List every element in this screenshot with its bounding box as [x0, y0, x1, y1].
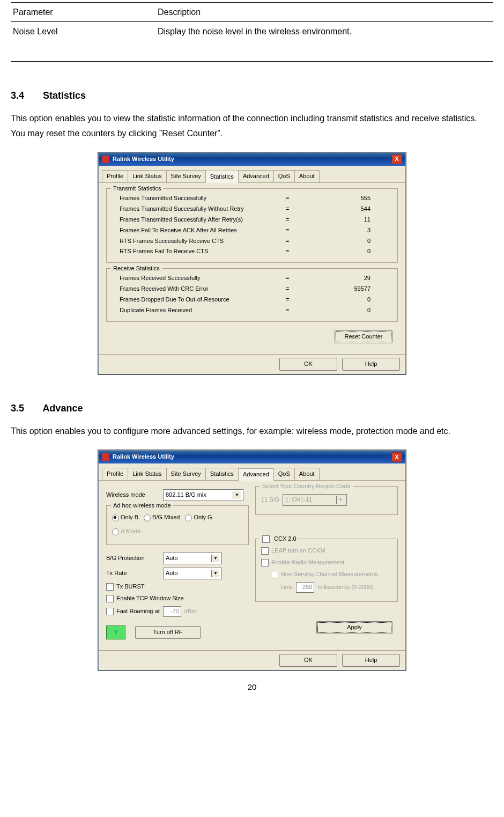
stat-value: 0 — [299, 237, 392, 246]
page-number: 20 — [11, 681, 493, 693]
tab-advanced[interactable]: Advanced — [238, 468, 274, 481]
tab-profile[interactable]: Profile — [102, 468, 128, 480]
statistics-window: Ralink Wireless Utility X Profile Link S… — [98, 152, 406, 374]
leap-checkbox: LEAP turn on CCKM — [261, 547, 325, 555]
bg-protection-select[interactable]: Auto ▼ — [163, 553, 222, 564]
heading-title: Statistics — [43, 90, 86, 101]
reset-counter-button[interactable]: Reset Counter — [335, 330, 392, 343]
heading-3-4: 3.4 Statistics — [11, 89, 493, 102]
country-channel-value: 1: CH1-11 — [285, 496, 315, 504]
chevron-down-icon: ▼ — [211, 570, 219, 577]
cell-param: Noise Level — [11, 22, 155, 41]
chevron-down-icon: ▼ — [233, 491, 241, 499]
receive-statistics-group: Receive Statistics Frames Received Succe… — [106, 268, 398, 322]
wireless-mode-value: 802.11 B/G mix — [166, 491, 210, 499]
wireless-mode-select[interactable]: 802.11 B/G mix ▼ — [163, 489, 243, 501]
window-title: Ralink Wireless Utility — [113, 155, 174, 164]
stat-value: 0 — [299, 247, 392, 256]
section-3-4-paragraph: This option enables you to view the stat… — [11, 111, 493, 140]
tab-about[interactable]: About — [294, 170, 320, 182]
close-icon[interactable]: X — [391, 154, 402, 164]
limit-unit: milliseconds (0-2000) — [317, 583, 374, 592]
ok-button[interactable]: OK — [279, 654, 337, 667]
heading-3-5: 3.5 Advance — [11, 401, 493, 415]
limit-label: Limit — [280, 583, 293, 592]
radio-only-b[interactable]: Only B — [112, 513, 138, 522]
apply-button[interactable]: Apply — [316, 621, 392, 634]
tx-rate-select[interactable]: Auto ▼ — [163, 568, 222, 579]
close-icon[interactable]: X — [391, 452, 402, 462]
tab-advanced[interactable]: Advanced — [238, 170, 274, 182]
tab-site-survey[interactable]: Site Survey — [166, 170, 206, 182]
tx-rate-label: Tx Rate — [106, 569, 160, 578]
ccx-title: CCX 2.0 — [274, 535, 297, 542]
stat-row: Duplicate Frames Received=0 — [112, 305, 392, 316]
stat-label: Duplicate Frames Received — [112, 306, 276, 315]
help-button[interactable]: Help — [342, 654, 400, 667]
fast-roaming-value[interactable]: -70 — [163, 606, 181, 617]
fast-roaming-checkbox[interactable]: Fast Roaming at — [106, 607, 160, 616]
tab-statistics[interactable]: Statistics — [205, 468, 239, 480]
tab-about[interactable]: About — [294, 468, 320, 480]
stat-row: RTS Frames Fail To Receive CTS=0 — [112, 246, 392, 257]
tab-link-status[interactable]: Link Status — [128, 170, 166, 182]
tab-strip: Profile Link Status Site Survey Statisti… — [99, 166, 405, 183]
stat-row: Frames Received With CRC Error=59577 — [112, 284, 392, 295]
turn-off-rf-button[interactable]: Turn off RF — [135, 626, 201, 639]
bg-protection-label: B/G Protection — [106, 554, 160, 563]
stat-row: Frames Transmitted Successfully Without … — [112, 204, 392, 215]
stat-row: Frames Received Successfully=29 — [112, 273, 392, 284]
stat-label: Frames Received Successfully — [112, 274, 276, 283]
stat-value: 59577 — [299, 285, 392, 293]
radio-measurement-checkbox: Enable Radio Measurement — [261, 558, 344, 567]
stat-row: Frames Transmitted Successfully=555 — [112, 193, 392, 204]
stat-label: Frames Transmitted Successfully — [112, 194, 276, 203]
stat-row: Frames Fail To Receive ACK After All Ret… — [112, 225, 392, 236]
help-button[interactable]: Help — [342, 358, 400, 371]
radio-a-mode: A Mode — [112, 527, 140, 536]
ok-button[interactable]: OK — [279, 358, 337, 371]
tab-site-survey[interactable]: Site Survey — [166, 468, 206, 480]
stat-value: 544 — [299, 205, 392, 214]
stat-value: 3 — [299, 226, 392, 235]
transmit-statistics-group: Transmit Statistics Frames Transmitted S… — [106, 188, 398, 263]
stat-label: Frames Transmitted Successfully After Re… — [112, 216, 276, 224]
chevron-down-icon: ▼ — [336, 496, 344, 504]
country-band-label: 11 B/G — [261, 496, 279, 504]
tab-link-status[interactable]: Link Status — [128, 468, 166, 480]
stat-row: Frames Transmitted Successfully After Re… — [112, 215, 392, 225]
stat-label: Frames Transmitted Successfully Without … — [112, 205, 276, 214]
tx-rate-value: Auto — [166, 569, 181, 578]
titlebar[interactable]: Ralink Wireless Utility X — [99, 153, 405, 166]
tab-qos[interactable]: QoS — [273, 468, 295, 480]
heading-title: Advance — [42, 403, 83, 414]
tab-qos[interactable]: QoS — [273, 170, 295, 182]
heading-number: 3.4 — [11, 89, 24, 102]
stat-label: RTS Frames Successfully Receive CTS — [112, 237, 276, 246]
bg-protection-value: Auto — [166, 554, 181, 563]
radio-only-g[interactable]: Only G — [185, 513, 212, 522]
th-parameter: Parameter — [11, 3, 155, 22]
advanced-window: Ralink Wireless Utility X Profile Link S… — [98, 450, 406, 670]
adhoc-title: Ad hoc wireless mode — [111, 502, 173, 510]
tab-statistics[interactable]: Statistics — [205, 171, 239, 183]
titlebar[interactable]: Ralink Wireless Utility X — [99, 451, 405, 463]
app-icon — [102, 156, 109, 163]
ccx-group: CCX 2.0 LEAP turn on CCKM Enable Radio M… — [255, 539, 398, 602]
ccx-checkbox[interactable] — [262, 535, 270, 543]
radio-bg-mixed[interactable]: B/G Mixed — [144, 513, 180, 522]
stat-label: Frames Fail To Receive ACK After All Ret… — [112, 226, 276, 235]
rx-group-title: Receive Statistics — [111, 264, 162, 273]
stat-value: 29 — [299, 274, 392, 283]
stat-label: Frames Dropped Due To Out-of-Resource — [112, 296, 276, 304]
stat-value: 11 — [299, 216, 392, 224]
app-icon — [102, 453, 109, 461]
dbm-label: dBm — [184, 607, 197, 616]
tx-burst-checkbox[interactable]: Tx BURST — [106, 583, 145, 591]
tab-strip: Profile Link Status Site Survey Statisti… — [99, 463, 405, 481]
tcp-window-checkbox[interactable]: Enable TCP Window Size — [106, 594, 184, 603]
tab-profile[interactable]: Profile — [102, 170, 128, 182]
stat-value: 555 — [299, 194, 392, 203]
country-region-group: Select Your Country Region Code 11 B/G 1… — [255, 486, 398, 515]
stat-label: Frames Received With CRC Error — [112, 285, 276, 293]
